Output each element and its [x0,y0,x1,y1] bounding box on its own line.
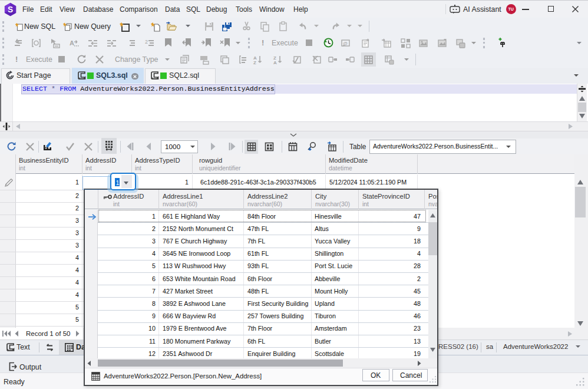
svg-text:S: S [8,5,13,14]
svg-text:A: A [273,60,277,65]
svg-text:Z: Z [253,60,256,65]
svg-text:A: A [70,39,74,47]
svg-text:2: 2 [145,39,148,45]
